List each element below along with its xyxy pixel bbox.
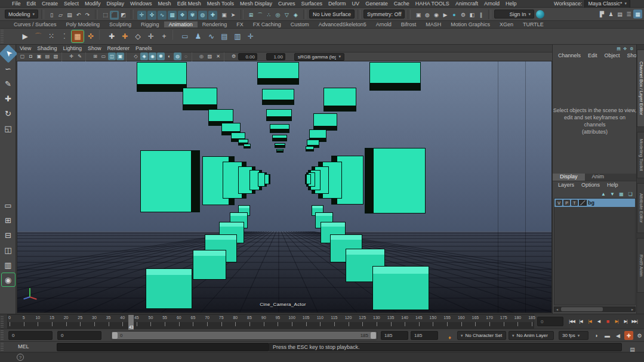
select-miscellaneous-icon[interactable]: ✚ xyxy=(208,11,217,20)
step-back-frame-button[interactable]: |◀ xyxy=(577,317,585,326)
menu-select[interactable]: Select xyxy=(61,1,82,7)
scene-cube[interactable] xyxy=(275,143,285,148)
motion-trail-icon[interactable]: ⌒ xyxy=(32,30,44,42)
time-ruler[interactable]: 0510152025303540455055606570758085909510… xyxy=(7,314,534,329)
pause-ipr-icon[interactable]: ∥ xyxy=(476,11,485,20)
snap-to-grids-icon[interactable]: ⊞ xyxy=(246,11,255,20)
render-view-icon[interactable]: ▣ xyxy=(414,11,423,20)
animation-snapshot-icon[interactable]: ▦ xyxy=(72,30,84,42)
auto-keyframe-icon[interactable]: ✚ xyxy=(624,331,633,340)
anim-layer-dropdown[interactable]: ▾ No Anim Layer xyxy=(509,331,554,340)
shelf-tab-rigging[interactable]: Rigging xyxy=(136,21,164,27)
layer-list-scrollbar[interactable]: ◂ ▸ xyxy=(554,307,636,312)
set-key-icon[interactable]: ✚ xyxy=(106,30,118,42)
command-line-input[interactable] xyxy=(57,343,269,351)
step-forward-key-button[interactable]: ▶| xyxy=(612,317,621,326)
channel-menu-object[interactable]: Object xyxy=(602,52,623,58)
menu-mesh-tools[interactable]: Mesh Tools xyxy=(204,1,237,7)
create-empty-layer-icon[interactable]: ▦ xyxy=(618,190,625,197)
new-scene-icon[interactable]: ▯ xyxy=(47,11,56,20)
select-surfaces-icon[interactable]: ▦ xyxy=(168,11,177,20)
use-all-lights-icon[interactable]: ✺ xyxy=(157,52,165,60)
humanik-panel-icon[interactable]: ♟ xyxy=(606,10,615,18)
unghost-icon[interactable]: ⁚ xyxy=(58,30,70,42)
step-forward-frame-button[interactable]: ▶| xyxy=(621,317,630,326)
menu-display[interactable]: Display xyxy=(104,1,128,7)
layer-playback-toggle[interactable]: P xyxy=(563,200,570,206)
menu-mesh[interactable]: Mesh xyxy=(155,1,174,7)
open-scene-icon[interactable]: ▱ xyxy=(56,11,65,20)
go-to-end-button[interactable]: ▶▶| xyxy=(630,317,639,326)
playblast-clip-icon[interactable]: ▬ xyxy=(603,331,612,340)
outliner-persp-layout-icon[interactable]: ▥ xyxy=(2,258,15,271)
menu-animcraft[interactable]: Animcraft xyxy=(452,1,481,7)
menu-arnold[interactable]: Arnold xyxy=(481,1,503,7)
select-deformations-icon[interactable]: ❖ xyxy=(178,11,187,20)
scene-cube[interactable] xyxy=(262,89,294,105)
select-object-icon[interactable]: ⬛ xyxy=(110,11,119,20)
layer-template-toggle[interactable]: T xyxy=(571,200,578,206)
scene-cube[interactable] xyxy=(266,109,292,121)
live-surface-field[interactable]: No Live Surface xyxy=(309,10,355,18)
move-tool-icon[interactable]: ✚ xyxy=(2,92,15,105)
layer-menu-options[interactable]: Options xyxy=(578,182,603,188)
shelf-tab-mash[interactable]: MASH xyxy=(421,21,446,27)
select-component-icon[interactable]: ◩ xyxy=(119,11,128,20)
viewport-scene[interactable]: Cine_Camera_Actor xyxy=(17,61,552,313)
shaded-icon[interactable]: ◈ xyxy=(140,52,148,60)
shelf-tab-curves-surfaces[interactable]: Curves / Surfaces xyxy=(9,21,61,27)
scene-cube[interactable] xyxy=(146,268,192,309)
exposure-icon[interactable]: ⚙ xyxy=(230,52,238,60)
modeling-toolkit-panel-icon[interactable]: ▛ xyxy=(597,10,606,18)
snap-to-points-icon[interactable]: ∴ xyxy=(264,11,273,20)
shelf-tab-animation[interactable]: Animation xyxy=(164,21,198,27)
select-dynamics-icon[interactable]: ✾ xyxy=(188,11,197,20)
channel-menu-channels[interactable]: Channels xyxy=(555,52,584,58)
scene-cube[interactable] xyxy=(365,148,426,214)
playhead[interactable]: 43 xyxy=(128,315,134,330)
viewport-menu-view[interactable]: View xyxy=(17,45,34,51)
set-breakdown-icon[interactable]: ◇ xyxy=(132,30,144,42)
range-end-handle[interactable] xyxy=(371,332,376,339)
side-tab-red9-anim[interactable]: Red9 Anim xyxy=(637,238,644,293)
shelf-tab-motion-graphics[interactable]: Motion Graphics xyxy=(446,21,495,27)
layer-menu-layers[interactable]: Layers xyxy=(555,182,577,188)
view-transform-dropdown[interactable]: sRGB gamma (legacy) ▾ xyxy=(294,53,344,61)
rotate-tool-icon[interactable]: ↻ xyxy=(2,107,15,120)
resolution-gate-icon[interactable]: ◫ xyxy=(108,52,116,60)
select-rendering-icon[interactable]: ◍ xyxy=(198,11,207,20)
playback-end-field[interactable]: 185 xyxy=(381,331,408,340)
scene-cube[interactable] xyxy=(244,144,251,148)
film-gate-icon[interactable]: ▭ xyxy=(100,52,107,60)
side-tab-attribute-editor[interactable]: Attribute Editor xyxy=(637,183,644,233)
workspace-dropdown[interactable]: Maya Classic* ▾ xyxy=(584,0,630,8)
select-tool-icon[interactable]: ➤ xyxy=(0,44,17,63)
quick-render-icon[interactable]: ◍ xyxy=(423,11,432,20)
channel-stats-icon[interactable]: ▤ xyxy=(615,45,622,52)
animation-preferences-icon[interactable]: ⚙ xyxy=(635,331,644,340)
ghost-icon[interactable]: ⁙ xyxy=(45,30,57,42)
camera-attributes-icon[interactable]: ▣ xyxy=(35,52,43,60)
playblast-icon[interactable]: ▶ xyxy=(19,30,31,42)
trax-editor-icon[interactable]: ▥ xyxy=(232,30,244,42)
audio-icon[interactable]: ◀ xyxy=(614,331,623,340)
bookmarks-icon[interactable]: ▤ xyxy=(44,52,51,60)
side-tab-channel-box-layer-editor[interactable]: Channel Box / Layer Editor xyxy=(637,49,644,127)
character-set-dropdown[interactable]: ▾ No Character Set xyxy=(457,331,506,340)
gamma-field[interactable]: 1.00 xyxy=(266,53,285,60)
shelf-tab-poly-modeling[interactable]: Poly Modeling xyxy=(61,21,105,27)
maya-mascot-icon[interactable] xyxy=(536,10,544,18)
two-pane-side-layout-icon[interactable]: ◫ xyxy=(2,243,15,256)
scrollbar-thumb[interactable] xyxy=(561,307,603,311)
scene-cube[interactable] xyxy=(140,150,200,212)
scene-cube[interactable] xyxy=(193,250,226,280)
ik-handle-icon[interactable]: ✛ xyxy=(245,30,257,42)
play-backwards-button[interactable]: ◀ xyxy=(594,317,603,326)
shelf-tab-fx-caching[interactable]: FX Caching xyxy=(248,21,286,27)
menu-uv[interactable]: UV xyxy=(349,1,363,7)
ipr-render-icon[interactable]: ◉ xyxy=(432,11,440,20)
scene-cube[interactable] xyxy=(372,266,429,310)
scene-cube[interactable] xyxy=(264,174,270,184)
panel-grip[interactable] xyxy=(1,315,4,327)
help-icon[interactable]: ? xyxy=(17,354,24,361)
